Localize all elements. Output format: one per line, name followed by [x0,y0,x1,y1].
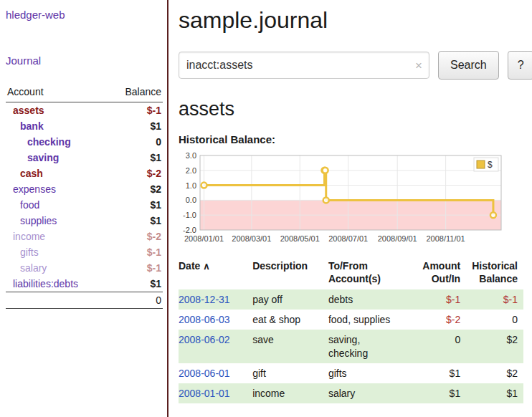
sidebar-account-gifts[interactable]: gifts [20,246,39,258]
register-date-link[interactable]: 2008-06-03 [179,314,230,325]
sidebar-item-journal[interactable]: Journal [6,54,41,67]
register-description: gift [247,363,323,383]
account-row: liabilities:debts$1 [6,276,163,292]
historical-balance-chart: 3.02.01.00.0-1.0-2.02008/01/012008/03/01… [179,150,510,246]
register-date-link[interactable]: 2008-06-02 [179,334,230,345]
register-accounts: salary [323,383,415,403]
accounts-table: Account Balance assets$-1bank$1checking0… [6,85,163,309]
sidebar: hledger-web Journal Account Balance asse… [0,0,168,417]
register-accounts: food, supplies [323,310,415,330]
chart-legend: $ [474,158,498,171]
register-amount: 0 [415,330,466,363]
account-balance: $1 [108,276,163,292]
sidebar-account-saving[interactable]: saving [27,152,59,163]
register-date-cell: 2008-06-02 [179,330,247,363]
register-amount: $1 [415,363,466,383]
account-row: bank$1 [6,118,163,134]
register-row: 2008-06-03eat & shopfood, supplies$-20 [179,310,523,330]
register-description: save [247,330,323,363]
register-date-cell: 2008-06-01 [179,363,247,383]
account-balance: $1 [108,150,163,166]
search-box: × [179,52,429,79]
y-axis-label: 1.0 [186,181,196,190]
data-point [323,168,328,173]
account-row: checking0 [6,134,163,150]
register-date-link[interactable]: 2008-12-31 [179,294,230,305]
sidebar-account-checking[interactable]: checking [27,136,71,148]
register-accounts: gifts [323,363,415,383]
x-axis-label: 2008/11/01 [427,234,465,243]
legend-swatch-icon [477,160,485,168]
account-row: supplies$1 [6,213,163,229]
chart-title: Historical Balance: [179,133,532,145]
register-accounts: debts [323,289,415,310]
register-date-link[interactable]: 2008-01-01 [179,388,230,399]
register-date-link[interactable]: 2008-06-01 [179,368,230,379]
main-content: sample.journal × Search ? assets Histori… [168,0,532,417]
data-point [201,183,207,188]
register-balance: $-1 [466,289,523,310]
register-amount: $1 [415,383,466,403]
help-button[interactable]: ? [508,51,532,80]
accounts-header-row: Account Balance [6,85,163,102]
account-row: income$-2 [6,229,163,244]
register-description: income [247,383,323,403]
sidebar-account-expenses[interactable]: expenses [13,183,56,195]
account-balance: 0 [108,134,163,150]
register-date-cell: 2008-01-01 [179,383,247,403]
sidebar-account-salary[interactable]: salary [20,262,47,274]
register-row: 2008-06-01giftgifts$1$2 [179,363,523,383]
sidebar-account-income[interactable]: income [13,231,45,242]
register-balance: $2 [466,330,523,363]
register-row: 2008-01-01incomesalary$1$1 [179,383,523,403]
account-heading: assets [179,98,532,120]
register-header-accounts: To/From Account(s) [323,259,415,289]
account-balance: $1 [108,197,163,213]
register-header-date[interactable]: Date ∧ [179,259,247,289]
sidebar-account-supplies[interactable]: supplies [20,215,57,226]
sidebar-account-food[interactable]: food [20,199,39,211]
sort-ascending-icon: ∧ [203,261,210,272]
sidebar-account-cash[interactable]: cash [20,168,43,179]
register-row: 2008-12-31pay offdebts$-1$-1 [179,289,523,310]
x-axis-label: 2008/03/01 [232,234,271,243]
account-row: saving$1 [6,150,163,166]
y-axis-label: -2.0 [183,226,196,234]
legend-series-label: $ [488,160,493,170]
account-balance: $-2 [108,166,163,181]
account-balance: $1 [108,118,163,134]
search-input[interactable] [179,52,429,79]
sidebar-account-liabilities-debts[interactable]: liabilities:debts [13,278,78,289]
register-row: 2008-06-02savesaving, checking0$2 [179,330,523,363]
data-point [490,212,496,218]
account-balance: $-2 [108,229,163,244]
register-description: pay off [247,289,323,310]
sidebar-account-bank[interactable]: bank [20,120,44,132]
y-axis-label: -1.0 [183,211,196,219]
account-row: salary$-1 [6,260,163,276]
register-accounts: saving, checking [323,330,415,363]
search-button[interactable]: Search [438,51,499,80]
x-axis-label: 2008/09/01 [378,234,417,243]
clear-search-icon[interactable]: × [415,59,422,72]
account-row: expenses$2 [6,181,163,197]
account-row: cash$-2 [6,166,163,181]
register-balance: $1 [466,383,523,403]
x-axis-label: 2008/07/01 [328,234,368,243]
account-balance: $1 [108,213,163,229]
app-title-link[interactable]: hledger-web [6,9,65,21]
search-bar: × Search ? [179,51,532,80]
register-description: eat & shop [247,310,323,330]
sidebar-nav: Journal [6,54,163,67]
y-axis-label: 3.0 [186,151,196,160]
register-header-date-label: Date [179,260,200,272]
account-row: food$1 [6,197,163,213]
accounts-table-body: assets$-1bank$1checking0saving$1cash$-2e… [6,102,163,292]
register-amount: $-1 [415,289,466,310]
sidebar-account-assets[interactable]: assets [13,105,44,116]
register-date-cell: 2008-06-03 [179,310,247,330]
account-balance: $-1 [108,102,163,119]
accounts-total-row: 0 [6,292,163,309]
register-balance: $2 [466,363,523,383]
register-amount: $-2 [415,310,466,330]
